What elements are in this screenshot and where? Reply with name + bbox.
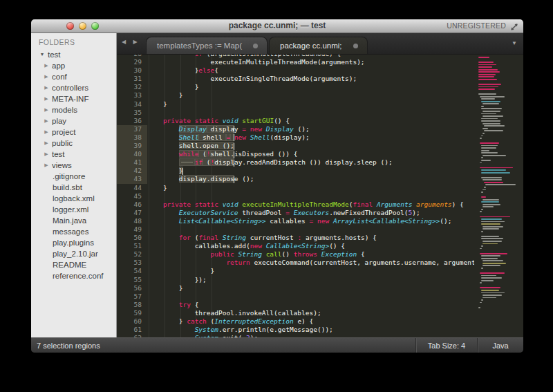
- line-number[interactable]: 51: [117, 242, 147, 250]
- line-number[interactable]: 49: [117, 225, 147, 234]
- tree-folder-models[interactable]: ▶models: [31, 104, 116, 115]
- code-line[interactable]: 34 }: [117, 100, 477, 109]
- line-number[interactable]: 58: [117, 301, 147, 309]
- code-line[interactable]: 59 threadPool.invokeAll(callables);: [117, 309, 477, 317]
- code-line[interactable]: 54 }: [117, 267, 477, 275]
- tree-file-build.sbt[interactable]: build.sbt: [31, 182, 116, 193]
- line-number[interactable]: 53: [117, 259, 147, 267]
- code-line[interactable]: 48 List<Callable<String>> callables = ne…: [117, 217, 477, 225]
- tree-file-logback.xml[interactable]: logback.xml: [31, 193, 116, 204]
- code-line[interactable]: 56 }: [117, 284, 477, 292]
- line-number[interactable]: 57: [117, 292, 147, 301]
- line-number[interactable]: 38: [117, 133, 147, 142]
- line-number[interactable]: 30: [117, 66, 147, 75]
- code-line[interactable]: 42 }: [117, 167, 477, 175]
- fullscreen-icon[interactable]: [510, 21, 518, 30]
- line-number[interactable]: 52: [117, 250, 147, 259]
- line-number[interactable]: 33: [117, 91, 147, 100]
- code-line[interactable]: 52 public String call() throws Exception…: [117, 250, 477, 259]
- tree-folder-controllers[interactable]: ▶controllers: [31, 82, 116, 93]
- code-line[interactable]: 51 callables.add(new Callable<String>() …: [117, 242, 477, 250]
- tree-file-reference.conf[interactable]: reference.conf: [31, 270, 116, 281]
- code-line[interactable]: 46 private static void executeInMultiple…: [117, 200, 477, 209]
- line-number[interactable]: 44: [117, 184, 147, 192]
- chevron-right-icon[interactable]: ▶: [43, 149, 50, 160]
- line-number[interactable]: 59: [117, 309, 147, 317]
- tab-size-button[interactable]: Tab Size: 4: [415, 338, 477, 353]
- code-line[interactable]: 36 private static void startGUI() {: [117, 117, 477, 125]
- tree-folder-test[interactable]: ▶test: [31, 149, 116, 160]
- tree-file-readme[interactable]: README: [31, 259, 116, 270]
- code-line[interactable]: 38 Shell shell = new Shell(display);: [117, 133, 477, 142]
- line-number[interactable]: 34: [117, 100, 147, 109]
- code-line[interactable]: 37 Display display = new Display ();: [117, 125, 477, 133]
- code-line[interactable]: 40 while (!shell.isDisposed ()) {: [117, 150, 477, 158]
- line-number[interactable]: 47: [117, 209, 147, 217]
- tree-file-.gitignore[interactable]: .gitignore: [31, 171, 116, 182]
- line-number[interactable]: 40: [117, 150, 147, 158]
- tree-folder-project[interactable]: ▶project: [31, 127, 116, 138]
- line-number[interactable]: 35: [117, 109, 147, 117]
- tab-dirty-dot-icon[interactable]: [353, 44, 358, 48]
- code-line[interactable]: 39 shell.open ();: [117, 142, 477, 150]
- chevron-right-icon[interactable]: ▶: [43, 82, 50, 93]
- chevron-right-icon[interactable]: ▶: [43, 104, 50, 115]
- chevron-down-icon[interactable]: ▼: [39, 49, 46, 60]
- code-line[interactable]: 32 }: [117, 83, 477, 91]
- line-number[interactable]: 45: [117, 192, 147, 200]
- tree-folder-meta-inf[interactable]: ▶META-INF: [31, 93, 116, 104]
- tree-folder-views[interactable]: ▶views: [31, 160, 116, 171]
- chevron-right-icon[interactable]: ▶: [43, 93, 50, 104]
- tree-folder-app[interactable]: ▶app: [31, 60, 116, 71]
- code-line[interactable]: 58 try {: [117, 301, 477, 309]
- line-number[interactable]: 60: [117, 317, 147, 326]
- line-number[interactable]: 42: [117, 167, 147, 175]
- line-number[interactable]: 43: [117, 175, 147, 183]
- code-line[interactable]: 35: [117, 109, 477, 117]
- line-number[interactable]: 48: [117, 217, 147, 225]
- code-line[interactable]: 30 }else{: [117, 66, 477, 75]
- line-number[interactable]: 50: [117, 234, 147, 242]
- editor[interactable]: 28 if (arguments.inMultipleThreadMode) {…: [117, 55, 523, 337]
- code-line[interactable]: 47 ExecutorService threadPool = Executor…: [117, 209, 477, 217]
- code-line[interactable]: 55 });: [117, 276, 477, 284]
- tree-file-logger.xml[interactable]: logger.xml: [31, 204, 116, 215]
- nav-history-icons[interactable]: ◀ ▶: [122, 39, 140, 45]
- line-number[interactable]: 39: [117, 142, 147, 150]
- line-number[interactable]: 29: [117, 58, 147, 66]
- code-line[interactable]: 53 return executeCommand(currentHost, ar…: [117, 259, 477, 267]
- tree-root-folder[interactable]: ▼test: [31, 49, 116, 60]
- tree-folder-public[interactable]: ▶public: [31, 138, 116, 149]
- code-line[interactable]: 57: [117, 292, 477, 301]
- line-number[interactable]: 32: [117, 83, 147, 91]
- code-line[interactable]: 44 }: [117, 184, 477, 192]
- line-number[interactable]: 55: [117, 276, 147, 284]
- tab-dirty-dot-icon[interactable]: [253, 44, 258, 48]
- chevron-right-icon[interactable]: ▶: [43, 115, 50, 127]
- code-line[interactable]: 41 if (!display.readAndDispatch ()) disp…: [117, 158, 477, 167]
- syntax-button[interactable]: Java: [477, 338, 523, 353]
- chevron-right-icon[interactable]: ▶: [43, 60, 50, 71]
- line-number[interactable]: 46: [117, 200, 147, 209]
- tree-file-main.java[interactable]: Main.java: [31, 215, 116, 226]
- line-number[interactable]: 61: [117, 326, 147, 334]
- line-number[interactable]: 41: [117, 158, 147, 167]
- code-area[interactable]: 28 if (arguments.inMultipleThreadMode) {…: [117, 55, 477, 337]
- code-line[interactable]: 62 System.exit(-3);: [117, 334, 477, 337]
- tree-folder-conf[interactable]: ▶conf: [31, 71, 116, 82]
- line-number[interactable]: 56: [117, 284, 147, 292]
- minimap[interactable]: [474, 55, 523, 337]
- line-number[interactable]: 36: [117, 117, 147, 125]
- code-line[interactable]: 43 display.dispose ();: [117, 175, 477, 183]
- code-line[interactable]: 61 System.err.println(e.getMessage());: [117, 326, 477, 334]
- code-line[interactable]: 60 } catch (InterruptedException e) {: [117, 317, 477, 326]
- code-line[interactable]: 29 executeInMultipleThreadMode(arguments…: [117, 58, 477, 66]
- line-number[interactable]: 54: [117, 267, 147, 275]
- line-number[interactable]: 31: [117, 75, 147, 83]
- tab-overflow-icon[interactable]: ▼: [512, 40, 517, 46]
- code-line[interactable]: 33 }: [117, 91, 477, 100]
- chevron-right-icon[interactable]: ▶: [43, 71, 50, 82]
- tree-file-messages[interactable]: messages: [31, 226, 116, 237]
- chevron-right-icon[interactable]: ▶: [43, 127, 50, 138]
- code-line[interactable]: 49: [117, 225, 477, 234]
